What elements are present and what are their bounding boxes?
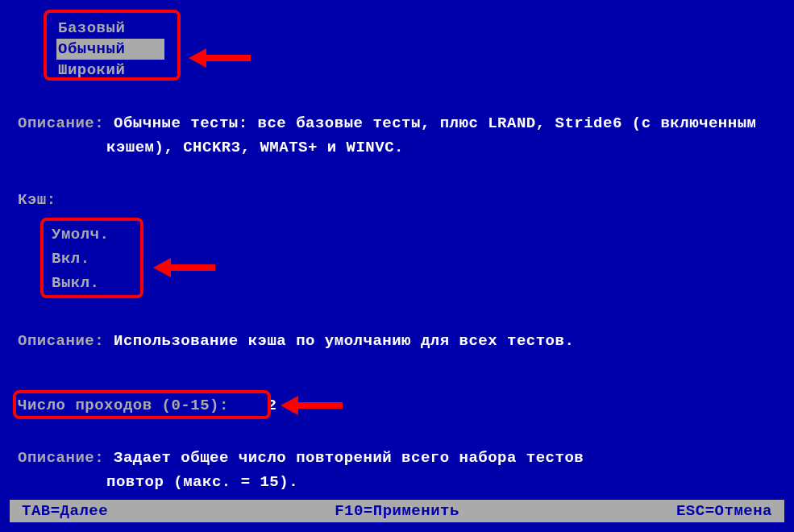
desc1-label: Описание: (18, 114, 104, 132)
description-1-cont: кэшем), CHCKR3, WMATS+ и WINVC. (106, 139, 404, 156)
test-mix-item-basic[interactable]: Базовый (56, 18, 164, 39)
description-2: Описание: Использование кэша по умолчани… (18, 332, 574, 350)
cache-label: Кэш: (18, 191, 56, 209)
footer-hint-f10: F10=Применить (335, 502, 459, 520)
desc3-label: Описание: (18, 449, 104, 467)
desc3-line2: повтор (макс. = 15). (106, 473, 298, 491)
desc1-line1: Обычные тесты: все базовые тесты, плюс L… (114, 114, 756, 132)
cache-menu[interactable]: Умолч. Вкл. Выкл. (52, 222, 109, 295)
test-mix-menu[interactable]: Базовый Обычный Широкий (50, 15, 171, 84)
passes-value[interactable]: 2 (267, 397, 276, 414)
desc1-line2: кэшем), CHCKR3, WMATS+ и WINVC. (106, 139, 404, 156)
desc2-label: Описание: (18, 332, 104, 350)
desc3-line1: Задает общее число повторений всего набо… (114, 449, 584, 467)
footer-hint-esc: ESC=Отмена (676, 502, 772, 520)
cache-item-off[interactable]: Выкл. (52, 271, 109, 295)
annotation-arrow-icon (281, 396, 343, 415)
annotation-arrow-icon (153, 258, 215, 277)
cache-item-default[interactable]: Умолч. (52, 222, 109, 247)
desc2-text: Использование кэша по умолчанию для всех… (114, 332, 574, 350)
description-3-cont: повтор (макс. = 15). (106, 473, 298, 491)
footer-hint-tab: TAB=Далее (22, 502, 108, 520)
test-mix-item-wide[interactable]: Широкий (56, 60, 164, 81)
test-mix-item-standard[interactable]: Обычный (56, 39, 164, 60)
description-3: Описание: Задает общее число повторений … (18, 449, 584, 467)
cache-item-on[interactable]: Вкл. (52, 247, 109, 271)
passes-label: Число проходов (0-15): (18, 397, 229, 414)
description-1: Описание: Обычные тесты: все базовые тес… (18, 114, 756, 132)
pass-count-field[interactable]: Число проходов (0-15): 2 (18, 397, 276, 414)
footer-bar: TAB=Далее F10=Применить ESC=Отмена (10, 500, 784, 522)
annotation-arrow-icon (189, 48, 251, 68)
